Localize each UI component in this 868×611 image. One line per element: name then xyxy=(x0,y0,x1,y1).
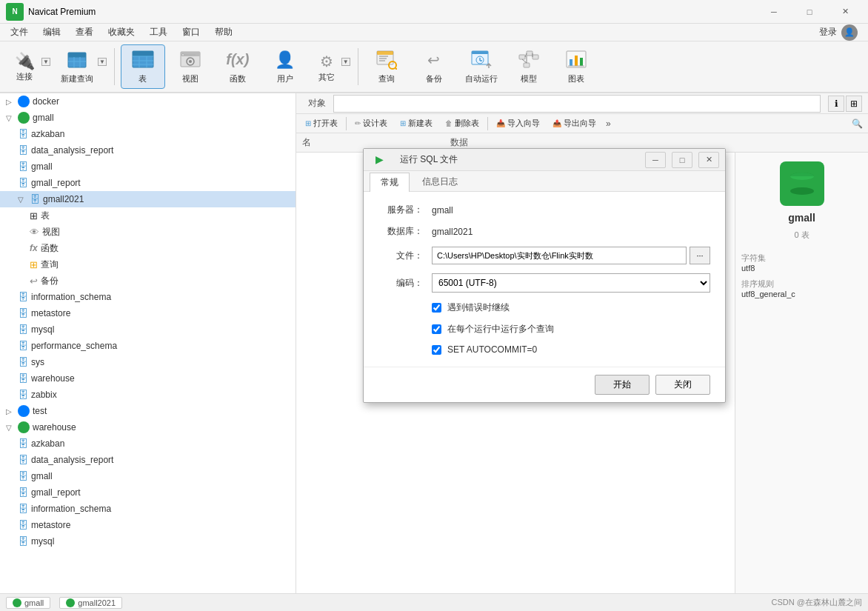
modal-close-button[interactable]: ✕ xyxy=(698,152,719,168)
sidebar-item-information-schema2[interactable]: 🗄 information_schema xyxy=(0,501,296,517)
import-wizard-button[interactable]: 📥 导入向导 xyxy=(490,116,546,130)
new-table-button[interactable]: ⊞ 新建表 xyxy=(394,116,438,130)
sidebar-item-performance-schema[interactable]: 🗄 performance_schema xyxy=(0,338,296,354)
sidebar-item-azkaban2[interactable]: 🗄 azkaban xyxy=(0,435,296,452)
status-gmall2021[interactable]: gmall2021 xyxy=(59,597,122,609)
login-button[interactable]: 登录 👤 xyxy=(812,23,865,42)
menu-favorites[interactable]: 收藏夹 xyxy=(101,24,142,40)
sidebar-item-table-folder[interactable]: ⊞ 表 xyxy=(0,207,296,224)
chart-button[interactable]: 图表 xyxy=(554,44,598,89)
autorun-button[interactable]: 自动运行 xyxy=(459,44,504,89)
sidebar-item-mysql[interactable]: 🗄 mysql xyxy=(0,321,296,338)
open-table-button[interactable]: ⊞ 打开表 xyxy=(299,116,344,130)
sidebar-item-test[interactable]: ▷ test xyxy=(0,403,296,419)
info-panel: gmall 0 表 字符集 utf8 排序规则 utf8_general_c xyxy=(735,153,868,593)
file-input[interactable] xyxy=(432,247,687,264)
minimize-button[interactable]: ─ xyxy=(757,0,791,24)
info-icon-btn[interactable]: ℹ xyxy=(828,96,844,112)
delete-table-button[interactable]: 🗑 删除表 xyxy=(439,116,485,130)
sidebar-item-azkaban[interactable]: 🗄 azkaban xyxy=(0,126,296,142)
sidebar-item-gmall-report2[interactable]: 🗄 gmall_report xyxy=(0,484,296,501)
modal-body: 服务器： gmall 数据库： gmall2021 文件： ··· 编码： 65… xyxy=(364,192,725,367)
sidebar-item-func-folder[interactable]: fx 函数 xyxy=(0,240,296,256)
export-wizard-button[interactable]: 📤 导出向导 xyxy=(547,116,602,130)
menu-help[interactable]: 帮助 xyxy=(207,24,240,40)
connect-button[interactable]: 🔌 连接 ▼ xyxy=(6,49,52,85)
file-label: 文件： xyxy=(378,250,423,262)
menu-view[interactable]: 查看 xyxy=(68,24,101,40)
user-button[interactable]: 👤 用户 xyxy=(263,44,307,89)
sidebar-item-data-analysis-report[interactable]: 🗄 data_analysis_report xyxy=(0,142,296,158)
start-button[interactable]: 开始 xyxy=(595,375,650,395)
other-icon: ⚙ xyxy=(316,51,338,72)
encoding-label: 编码： xyxy=(378,277,423,290)
function-button[interactable]: f(x) 函数 xyxy=(216,44,260,89)
svg-rect-34 xyxy=(524,63,530,67)
sidebar-item-gmall2-schema[interactable]: 🗄 gmall xyxy=(0,468,296,484)
sidebar-label: gmall xyxy=(33,113,54,123)
multi-query-checkbox[interactable] xyxy=(432,324,441,334)
sidebar-label: gmall xyxy=(31,471,53,481)
close-button[interactable]: ✕ xyxy=(828,0,862,24)
sidebar-item-gmall2021[interactable]: ▽ 🗄 gmall2021 xyxy=(0,191,296,207)
menu-edit[interactable]: 编辑 xyxy=(36,24,68,40)
autocommit-checkbox[interactable] xyxy=(432,345,441,355)
sidebar-item-view-folder[interactable]: 👁 视图 xyxy=(0,224,296,240)
model-button[interactable]: 模型 xyxy=(507,44,551,89)
svg-line-22 xyxy=(395,68,397,70)
sidebar-item-docker[interactable]: ▷ docker xyxy=(0,93,296,110)
expand-arrow: ▷ xyxy=(6,98,15,106)
other-button[interactable]: ⚙ 其它 ▼ xyxy=(310,48,352,86)
sidebar-item-warehouse-gmall[interactable]: 🗄 warehouse xyxy=(0,370,296,387)
sidebar-item-zabbix[interactable]: 🗄 zabbix xyxy=(0,387,296,403)
backup-button[interactable]: ↩ 备份 xyxy=(412,44,456,89)
sidebar-item-gmall-root[interactable]: ▽ gmall xyxy=(0,110,296,126)
expand-arrow: ▽ xyxy=(6,114,15,122)
sidebar-item-mysql2[interactable]: 🗄 mysql xyxy=(0,533,296,550)
table-button[interactable]: 表 xyxy=(121,44,165,89)
modal-minimize-button[interactable]: ─ xyxy=(645,152,666,168)
modal-tab-log[interactable]: 信息日志 xyxy=(411,172,469,191)
sidebar-item-backup-folder[interactable]: ↩ 备份 xyxy=(0,273,296,289)
sidebar-item-warehouse-root[interactable]: ▽ warehouse xyxy=(0,419,296,435)
sidebar-item-metastore[interactable]: 🗄 metastore xyxy=(0,305,296,321)
sidebar-item-data-analysis-report2[interactable]: 🗄 data_analysis_report xyxy=(0,452,296,468)
modal-maximize-button[interactable]: □ xyxy=(672,152,692,168)
modal-close-btn-footer[interactable]: 关闭 xyxy=(655,375,710,395)
status-gmall[interactable]: gmall xyxy=(6,597,50,609)
sidebar-label: 表 xyxy=(41,210,50,222)
sidebar-item-metastore2[interactable]: 🗄 metastore xyxy=(0,517,296,533)
menu-tools[interactable]: 工具 xyxy=(142,24,175,40)
svg-rect-27 xyxy=(472,51,488,54)
view-button[interactable]: 视图 xyxy=(168,44,213,89)
backup-icon: ↩ xyxy=(423,50,445,70)
menu-window[interactable]: 窗口 xyxy=(175,24,207,40)
sidebar-item-information-schema[interactable]: 🗄 information_schema xyxy=(0,289,296,305)
more-button[interactable]: » xyxy=(606,118,611,129)
modal-title-text: 运行 SQL 文件 xyxy=(394,149,639,171)
menu-file[interactable]: 文件 xyxy=(3,24,36,40)
sidebar-item-gmall-schema[interactable]: 🗄 gmall xyxy=(0,158,296,175)
search-button[interactable]: 🔍 xyxy=(849,116,865,132)
svg-rect-7 xyxy=(133,51,153,56)
query-icon xyxy=(375,50,398,70)
open-table-icon: ⊞ xyxy=(305,119,311,127)
sidebar-item-sys[interactable]: 🗄 sys xyxy=(0,354,296,370)
maximize-button[interactable]: □ xyxy=(792,0,827,24)
design-table-button[interactable]: ✏ 设计表 xyxy=(349,116,393,130)
toolbar-sep2 xyxy=(487,117,488,130)
table-icon xyxy=(132,50,154,70)
query-button[interactable]: 查询 xyxy=(364,44,409,89)
new-query-button[interactable]: 新建查询 ▼ xyxy=(55,47,108,87)
file-browse-button[interactable]: ··· xyxy=(690,247,710,264)
modal-tab-general[interactable]: 常规 xyxy=(370,173,410,192)
encoding-select[interactable]: 65001 (UTF-8) xyxy=(432,273,710,293)
sidebar-item-gmall-report[interactable]: 🗄 gmall_report xyxy=(0,175,296,191)
svg-line-37 xyxy=(522,59,527,63)
svg-point-16 xyxy=(189,60,192,63)
grid-icon-btn[interactable]: ⊞ xyxy=(846,96,862,112)
autocommit-label: SET AUTOCOMMIT=0 xyxy=(447,344,537,355)
sidebar-item-query-folder[interactable]: ⊞ 查询 xyxy=(0,256,296,273)
continue-on-error-checkbox[interactable] xyxy=(432,303,441,313)
sidebar-label: 视图 xyxy=(42,226,60,238)
